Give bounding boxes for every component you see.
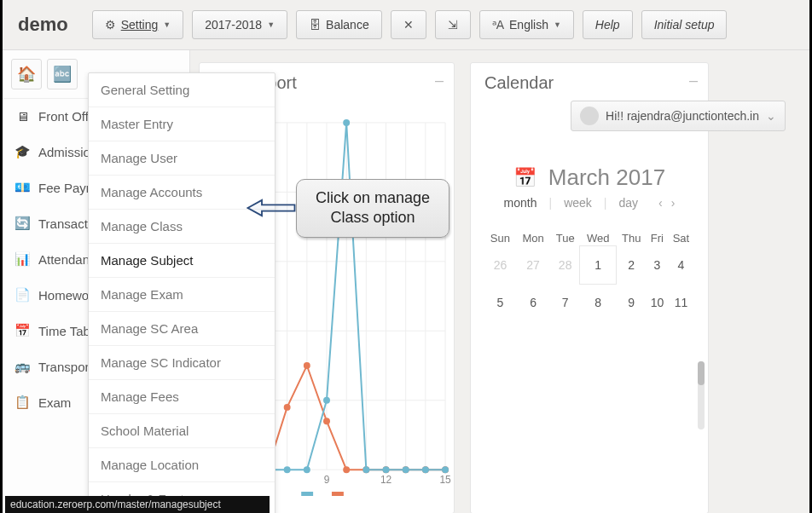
tab-month[interactable]: month [504,196,537,210]
calendar-dow: Tue [550,228,580,246]
help-label: Help [595,18,620,32]
dropdown-item[interactable]: Manage User [89,141,275,176]
calendar-cell[interactable]: 6 [516,284,550,321]
chevron-down-icon: ⌄ [766,109,776,123]
arrow-icon [246,199,296,217]
dropdown-item[interactable]: General Setting [89,73,275,107]
svg-point-41 [284,466,291,473]
calendar-view-tabs: month | week | day ‹ › [484,196,694,210]
sidebar-item-icon: 💶 [14,180,30,195]
calendar-cell[interactable]: 28 [550,246,580,284]
calendar-next-button[interactable]: › [671,196,676,210]
calendar-month-label: March 2017 [548,164,665,191]
user-menu-button[interactable]: Hi!! rajendra@junctiontech.in ⌄ [571,101,786,131]
resize-button[interactable]: ⇲ [435,10,471,39]
year-dropdown-button[interactable]: 2017-2018 ▼ [192,10,287,39]
sidebar-item-label: Exam [38,395,71,410]
calendar-cell[interactable]: 4 [668,246,694,284]
expand-icon: ✕ [403,18,414,32]
calendar-cell[interactable]: 10 [647,284,668,321]
sidebar-item-label: Transport [38,360,93,374]
dropdown-item[interactable]: Manage Subject [89,244,275,278]
calendar-cell[interactable]: 2 [616,246,647,284]
annotation-callout: Click on manage Class option [246,179,450,238]
dropdown-item[interactable]: Manage Exam [89,278,275,312]
sidebar-item-icon: 📄 [14,287,30,303]
sidebar-item-icon: 🖥 [14,109,30,124]
dropdown-item[interactable]: Manage Location [89,448,275,482]
svg-point-47 [403,466,409,473]
balance-button[interactable]: 🗄 Balance [296,10,382,39]
help-button[interactable]: Help [583,10,633,39]
callout-line2: Class option [316,208,430,228]
language-icon: ᵃA [492,18,504,32]
calendar-dow: Sun [484,228,516,246]
home-button[interactable]: 🏠 [11,59,42,89]
calendar-dow: Fri [647,228,668,246]
sidebar-item-icon: 📊 [14,251,30,267]
setting-dropdown-button[interactable]: ⚙ Setting ▼ [92,10,184,39]
home-icon: 🏠 [17,65,36,84]
sidebar-item-icon: 📋 [14,395,30,410]
calendar-grid: SunMonTueWedThuFriSat 262728123456789101… [484,228,694,321]
svg-point-46 [383,466,390,473]
language-label: English [509,18,548,32]
calendar-icon: 📅 [513,167,536,189]
svg-point-48 [422,466,429,473]
svg-point-44 [343,119,350,126]
dropdown-item[interactable]: School Material [89,414,275,448]
chevron-down-icon: ▼ [267,20,275,29]
svg-point-31 [343,466,350,473]
calendar-prev-button[interactable]: ‹ [658,196,663,210]
svg-point-30 [323,418,330,424]
calendar-cell[interactable]: 5 [484,284,516,321]
calendar-cell[interactable]: 27 [516,246,550,284]
calendar-cell[interactable]: 26 [484,246,516,284]
gear-icon: ⚙ [105,18,116,32]
tab-week[interactable]: week [564,196,592,210]
initial-setup-button[interactable]: Initial setup [641,10,728,39]
initial-setup-label: Initial setup [654,18,715,32]
dropdown-item[interactable]: Manage Fees [89,380,275,414]
svg-point-42 [304,466,310,473]
collapse-button[interactable]: – [689,72,698,89]
year-label: 2017-2018 [205,18,262,32]
calendar-cell[interactable]: 9 [616,284,647,321]
setting-dropdown-menu: General SettingMaster EntryManage UserMa… [88,72,276,513]
svg-marker-53 [248,200,295,216]
tab-day[interactable]: day [618,196,638,210]
calendar-cell[interactable]: 11 [668,284,694,321]
translate-icon: 🔤 [53,65,72,84]
user-greeting: Hi!! rajendra@junctiontech.in [606,109,759,123]
translate-button[interactable]: 🔤 [47,59,78,89]
balance-label: Balance [326,18,369,32]
svg-point-29 [304,362,310,369]
calendar-cell[interactable]: 1 [580,246,616,284]
svg-point-45 [362,466,369,473]
calendar-dow: Sat [668,228,694,246]
database-icon: 🗄 [309,18,321,32]
callout-line1: Click on manage [316,188,430,208]
svg-text:9: 9 [324,474,330,486]
dropdown-item[interactable]: Manage SC Indicator [89,346,275,380]
svg-rect-50 [301,492,313,496]
calendar-cell[interactable]: 8 [580,284,616,321]
calendar-dow: Wed [580,228,616,246]
calendar-cell[interactable]: 3 [647,246,668,284]
setting-label: Setting [121,18,159,32]
svg-point-49 [442,466,449,473]
dropdown-item[interactable]: Master Entry [89,107,275,141]
avatar-icon [580,107,599,125]
sidebar-item-icon: 🚌 [14,359,30,374]
svg-rect-51 [332,492,344,496]
collapse-button[interactable]: – [435,72,444,89]
dropdown-item[interactable]: Manage SC Area [89,312,275,346]
calendar-dow: Thu [616,228,647,246]
calendar-scrollbar[interactable] [698,361,705,429]
sidebar-item-icon: 🎓 [14,144,30,159]
language-dropdown-button[interactable]: ᵃA English ▼ [479,10,574,39]
calendar-cell[interactable]: 7 [550,284,580,321]
chevron-down-icon: ▼ [163,20,171,29]
chevron-down-icon: ▼ [554,20,561,29]
fullscreen-button[interactable]: ✕ [391,10,426,39]
